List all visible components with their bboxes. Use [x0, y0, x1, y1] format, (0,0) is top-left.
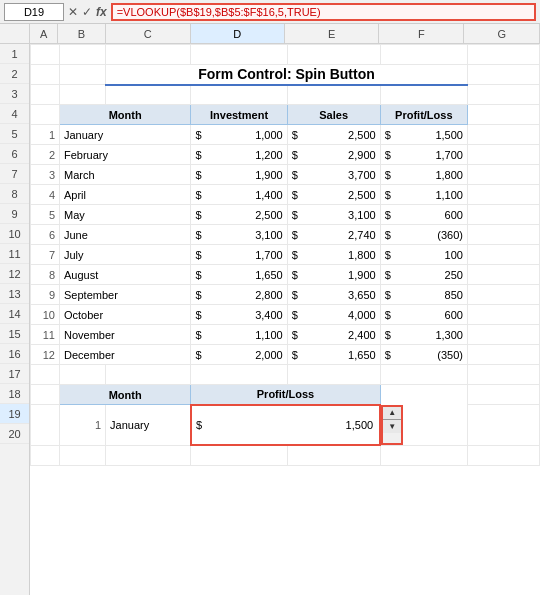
cell-d3[interactable] — [191, 85, 287, 105]
row-12[interactable]: 12 — [0, 264, 29, 284]
profit-feb[interactable]: $1,700 — [380, 145, 467, 165]
cell-d1[interactable] — [191, 45, 287, 65]
cell-d20[interactable] — [191, 445, 287, 465]
sales-dec[interactable]: $1,650 — [287, 345, 380, 365]
inv-jan[interactable]: $1,000 — [191, 125, 287, 145]
insert-function-icon[interactable]: fx — [96, 5, 107, 19]
lower-month-header[interactable]: Month — [60, 385, 191, 405]
inv-oct[interactable]: $3,400 — [191, 305, 287, 325]
cell-a8[interactable]: 4 — [31, 185, 60, 205]
cell-a13[interactable]: 9 — [31, 285, 60, 305]
cell-a5[interactable]: 1 — [31, 125, 60, 145]
cell-b17[interactable] — [60, 365, 106, 385]
cell-a4[interactable] — [31, 105, 60, 125]
cell-c3[interactable] — [106, 85, 191, 105]
col-a-header[interactable]: A — [30, 24, 58, 43]
sales-feb[interactable]: $2,900 — [287, 145, 380, 165]
sales-nov[interactable]: $2,400 — [287, 325, 380, 345]
sales-jul[interactable]: $1,800 — [287, 245, 380, 265]
name-box[interactable] — [4, 3, 64, 21]
cell-a18[interactable] — [31, 385, 60, 405]
cell-a20[interactable] — [31, 445, 60, 465]
col-c-header[interactable]: C — [106, 24, 191, 43]
header-month[interactable]: Month — [60, 105, 191, 125]
cell-a16[interactable]: 12 — [31, 345, 60, 365]
row-16[interactable]: 16 — [0, 344, 29, 364]
profit-jul[interactable]: $100 — [380, 245, 467, 265]
row-7[interactable]: 7 — [0, 164, 29, 184]
cell-e20[interactable] — [287, 445, 380, 465]
cell-f3[interactable] — [380, 85, 467, 105]
profit-nov[interactable]: $1,300 — [380, 325, 467, 345]
cell-b20[interactable] — [60, 445, 106, 465]
month-aug[interactable]: August — [60, 265, 191, 285]
cell-a14[interactable]: 10 — [31, 305, 60, 325]
cell-a12[interactable]: 8 — [31, 265, 60, 285]
cell-b1[interactable] — [60, 45, 106, 65]
row-8[interactable]: 8 — [0, 184, 29, 204]
cell-d17[interactable] — [191, 365, 287, 385]
cancel-icon[interactable]: ✕ — [68, 5, 78, 19]
inv-feb[interactable]: $1,200 — [191, 145, 287, 165]
cell-g14[interactable] — [467, 305, 539, 325]
cell-g18[interactable] — [467, 385, 539, 405]
month-may[interactable]: May — [60, 205, 191, 225]
cell-c19[interactable]: January — [106, 405, 191, 446]
month-mar[interactable]: March — [60, 165, 191, 185]
cell-g10[interactable] — [467, 225, 539, 245]
sales-may[interactable]: $3,100 — [287, 205, 380, 225]
cell-g19[interactable] — [467, 405, 539, 446]
title-cell[interactable]: Form Control: Spin Button — [106, 65, 468, 85]
cell-f17[interactable] — [380, 365, 467, 385]
col-g-header[interactable]: G — [464, 24, 540, 43]
cell-a10[interactable]: 6 — [31, 225, 60, 245]
cell-g6[interactable] — [467, 145, 539, 165]
month-jun[interactable]: June — [60, 225, 191, 245]
cell-g5[interactable] — [467, 125, 539, 145]
profit-jun[interactable]: $(360) — [380, 225, 467, 245]
inv-aug[interactable]: $1,650 — [191, 265, 287, 285]
sales-apr[interactable]: $2,500 — [287, 185, 380, 205]
sales-sep[interactable]: $3,650 — [287, 285, 380, 305]
cell-b19[interactable]: 1 — [60, 405, 106, 446]
cell-f1[interactable] — [380, 45, 467, 65]
cell-b2[interactable] — [60, 65, 106, 85]
spin-down-button[interactable]: ▼ — [383, 420, 401, 433]
month-jan[interactable]: January — [60, 125, 191, 145]
cell-b3[interactable] — [60, 85, 106, 105]
cell-e17[interactable] — [287, 365, 380, 385]
cell-g15[interactable] — [467, 325, 539, 345]
profit-oct[interactable]: $600 — [380, 305, 467, 325]
row-19[interactable]: 19 — [0, 404, 29, 424]
cell-a9[interactable]: 5 — [31, 205, 60, 225]
row-6[interactable]: 6 — [0, 144, 29, 164]
profit-aug[interactable]: $250 — [380, 265, 467, 285]
cell-g3[interactable] — [467, 85, 539, 105]
header-investment[interactable]: Investment — [191, 105, 287, 125]
col-e-header[interactable]: E — [285, 24, 379, 43]
cell-f18[interactable] — [380, 385, 467, 405]
sales-oct[interactable]: $4,000 — [287, 305, 380, 325]
month-sep[interactable]: September — [60, 285, 191, 305]
cell-c20[interactable] — [106, 445, 191, 465]
cell-g20[interactable] — [467, 445, 539, 465]
row-1[interactable]: 1 — [0, 44, 29, 64]
confirm-icon[interactable]: ✓ — [82, 5, 92, 19]
month-oct[interactable]: October — [60, 305, 191, 325]
row-10[interactable]: 10 — [0, 224, 29, 244]
cell-c1[interactable] — [106, 45, 191, 65]
cell-a19[interactable] — [31, 405, 60, 446]
col-f-header[interactable]: F — [379, 24, 464, 43]
row-11[interactable]: 11 — [0, 244, 29, 264]
cell-a3[interactable] — [31, 85, 60, 105]
profit-may[interactable]: $600 — [380, 205, 467, 225]
cell-f20[interactable] — [380, 445, 467, 465]
inv-apr[interactable]: $1,400 — [191, 185, 287, 205]
inv-jun[interactable]: $3,100 — [191, 225, 287, 245]
sales-jan[interactable]: $2,500 — [287, 125, 380, 145]
cell-a6[interactable]: 2 — [31, 145, 60, 165]
row-18[interactable]: 18 — [0, 384, 29, 404]
profit-mar[interactable]: $1,800 — [380, 165, 467, 185]
cell-g1[interactable] — [467, 45, 539, 65]
cell-g8[interactable] — [467, 185, 539, 205]
